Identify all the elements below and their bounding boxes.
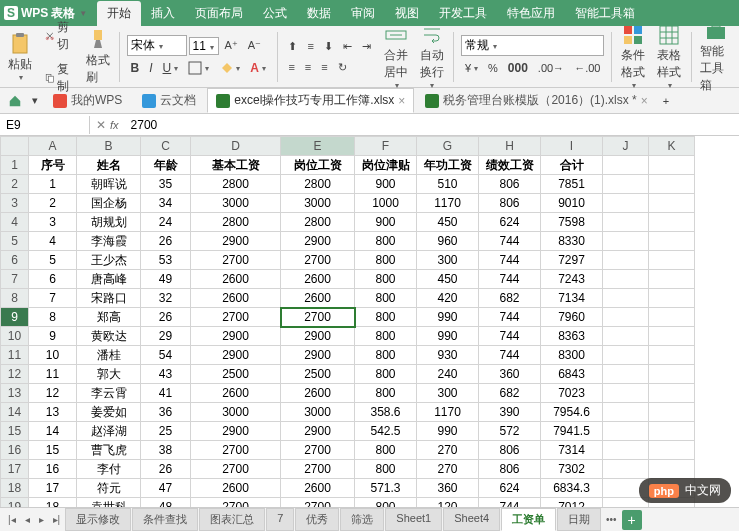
close-icon[interactable]: ×	[641, 94, 648, 108]
cell[interactable]	[603, 365, 649, 384]
cell[interactable]: 2900	[281, 327, 355, 346]
sheet-nav-first[interactable]: |◂	[4, 512, 20, 527]
menu-tab-1[interactable]: 插入	[141, 1, 185, 26]
cell[interactable]: 800	[355, 232, 417, 251]
increase-decimal-button[interactable]: .00→	[534, 59, 568, 77]
sheet-more-button[interactable]: •••	[602, 512, 621, 527]
cell[interactable]: 2600	[281, 384, 355, 403]
sheet-tab-7[interactable]: Sheet4	[443, 508, 500, 531]
cell[interactable]: 李付	[77, 460, 141, 479]
cell[interactable]: 450	[417, 270, 479, 289]
cell[interactable]: 572	[479, 422, 541, 441]
cell[interactable]: 11	[29, 365, 77, 384]
align-left-button[interactable]: ≡	[284, 58, 298, 76]
cell[interactable]: 18	[29, 498, 77, 508]
cell[interactable]: 姜爱如	[77, 403, 141, 422]
cell[interactable]: 2700	[281, 460, 355, 479]
cell[interactable]: 300	[417, 251, 479, 270]
cell[interactable]: 9010	[541, 194, 603, 213]
cell[interactable]: 5	[29, 251, 77, 270]
cell[interactable]: 2600	[281, 289, 355, 308]
cell[interactable]: 3000	[191, 194, 281, 213]
cell[interactable]: 7954.6	[541, 403, 603, 422]
cell[interactable]: 800	[355, 308, 417, 327]
cell[interactable]	[603, 213, 649, 232]
header-cell[interactable]: 岗位工资	[281, 156, 355, 175]
italic-button[interactable]: I	[145, 58, 156, 78]
cell[interactable]: 2600	[191, 479, 281, 498]
cell[interactable]: 1170	[417, 403, 479, 422]
cell[interactable]	[603, 384, 649, 403]
indent-right-button[interactable]: ⇥	[358, 37, 375, 56]
cell[interactable]	[603, 403, 649, 422]
orientation-button[interactable]: ↻	[334, 58, 351, 77]
cut-button[interactable]: 剪切	[41, 16, 77, 56]
cell[interactable]: 800	[355, 270, 417, 289]
header-cell[interactable]: 基本工资	[191, 156, 281, 175]
comma-button[interactable]: 000	[504, 58, 532, 78]
cell[interactable]	[649, 460, 695, 479]
align-top-button[interactable]: ⬆	[284, 37, 301, 56]
cell[interactable]	[649, 365, 695, 384]
cell[interactable]: 2700	[191, 441, 281, 460]
cell[interactable]: 2900	[281, 422, 355, 441]
sheet-tab-8[interactable]: 工资单	[501, 508, 556, 531]
cell[interactable]: 7012	[541, 498, 603, 508]
cell[interactable]: 32	[141, 289, 191, 308]
cell[interactable]: 9	[29, 327, 77, 346]
row-header-3[interactable]: 3	[1, 194, 29, 213]
cell[interactable]: 270	[417, 441, 479, 460]
cell[interactable]	[649, 403, 695, 422]
cell[interactable]: 420	[417, 289, 479, 308]
header-cell[interactable]: 姓名	[77, 156, 141, 175]
increase-font-button[interactable]: A⁺	[221, 36, 242, 55]
row-header-12[interactable]: 12	[1, 365, 29, 384]
cell[interactable]: 3	[29, 213, 77, 232]
cell[interactable]: 唐高峰	[77, 270, 141, 289]
cell[interactable]: 2600	[281, 270, 355, 289]
cell[interactable]: 900	[355, 175, 417, 194]
col-header-A[interactable]: A	[29, 137, 77, 156]
menu-tab-4[interactable]: 数据	[297, 1, 341, 26]
cell[interactable]: 450	[417, 213, 479, 232]
menu-tab-8[interactable]: 特色应用	[497, 1, 565, 26]
cell[interactable]: 682	[479, 289, 541, 308]
cell[interactable]: 7	[29, 289, 77, 308]
cell[interactable]: 806	[479, 175, 541, 194]
col-header-C[interactable]: C	[141, 137, 191, 156]
cell[interactable]	[603, 289, 649, 308]
cell[interactable]: 7243	[541, 270, 603, 289]
cell[interactable]: 10	[29, 346, 77, 365]
col-header-B[interactable]: B	[77, 137, 141, 156]
cell[interactable]: 744	[479, 232, 541, 251]
cell[interactable]: 542.5	[355, 422, 417, 441]
cell[interactable]: 53	[141, 251, 191, 270]
cell[interactable]: 990	[417, 308, 479, 327]
row-header-4[interactable]: 4	[1, 213, 29, 232]
header-cell[interactable]: 岗位津贴	[355, 156, 417, 175]
cell[interactable]: 300	[417, 384, 479, 403]
cell[interactable]: 990	[417, 422, 479, 441]
cell[interactable]: 800	[355, 289, 417, 308]
cell[interactable]	[649, 289, 695, 308]
indent-left-button[interactable]: ⇤	[339, 37, 356, 56]
cell[interactable]: 郭大	[77, 365, 141, 384]
cell[interactable]: 360	[479, 365, 541, 384]
underline-button[interactable]: U▾	[159, 58, 183, 78]
menu-tab-2[interactable]: 页面布局	[185, 1, 253, 26]
cell[interactable]: 806	[479, 441, 541, 460]
cell[interactable]: 国企杨	[77, 194, 141, 213]
cell[interactable]: 2500	[191, 365, 281, 384]
cell[interactable]: 郑高	[77, 308, 141, 327]
cell[interactable]	[649, 194, 695, 213]
cell[interactable]: 2900	[281, 232, 355, 251]
cell[interactable]: 35	[141, 175, 191, 194]
cell[interactable]: 744	[479, 308, 541, 327]
row-header-2[interactable]: 2	[1, 175, 29, 194]
cell[interactable]: 930	[417, 346, 479, 365]
cell[interactable]: 2900	[191, 232, 281, 251]
cell[interactable]: 358.6	[355, 403, 417, 422]
doc-home-button[interactable]	[4, 91, 26, 111]
cell[interactable]	[603, 308, 649, 327]
cell[interactable]: 8	[29, 308, 77, 327]
